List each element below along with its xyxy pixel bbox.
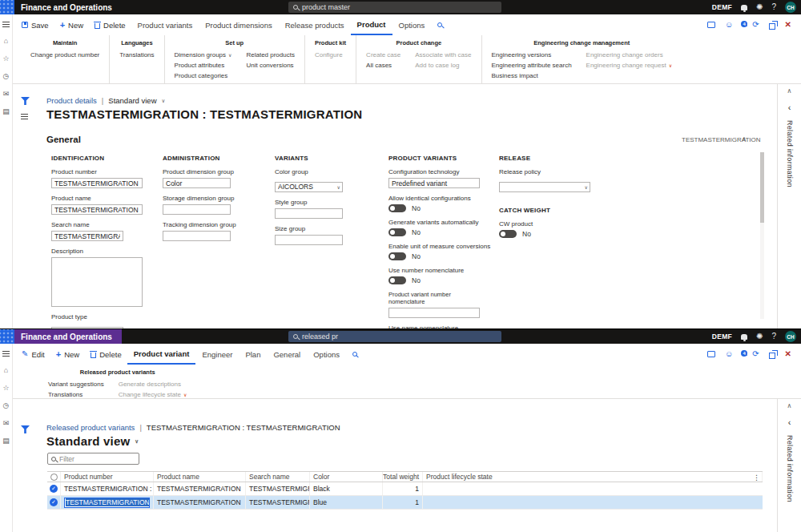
cell-product-name[interactable]: TESTMASTERMIGRATION [154,496,246,509]
edit-button[interactable]: ✎ Edit [16,350,50,359]
global-search-input[interactable]: released pr [288,331,501,342]
ribbon-item-engineering-change-orders[interactable]: Engineering change orders [586,51,672,58]
cell-color[interactable]: Black [310,482,383,495]
hamburger-icon[interactable] [2,22,10,27]
col-product-number[interactable]: Product number [61,472,154,482]
release-policy-input[interactable] [499,182,590,192]
tracking-dimension-group-input[interactable] [163,231,231,241]
product-number-input[interactable] [51,178,143,188]
attach-preview-icon[interactable] [707,22,715,28]
col-product-lifecycle-state[interactable]: Product lifecycle state [423,472,763,482]
release-policy-combo[interactable]: ∨ [499,182,590,192]
scroll-up-icon[interactable]: ∧ [787,87,792,95]
new-button[interactable]: + New [50,350,85,359]
ribbon-item-product-categories[interactable]: Product categories [175,72,232,79]
app-launcher-icon[interactable] [0,329,14,344]
search-name-input[interactable] [51,231,123,241]
tab-product-variants[interactable]: Product variants [131,14,199,35]
tab-product-variant[interactable]: Product variant [127,344,196,365]
avatar[interactable]: CH [785,331,796,342]
cell-search-name[interactable]: TESTMASTERMIGRATI... [246,496,310,509]
configuration-technology-input[interactable] [388,178,480,188]
tab-options[interactable]: Options [392,14,432,35]
home-icon[interactable]: ⌂ [4,367,8,374]
hamburger-icon[interactable] [2,351,10,357]
close-icon[interactable]: ✕ [785,21,791,29]
table-row[interactable]: ✓ TESTMASTERMIGRATION : : : Bl... TESTMA… [47,482,763,496]
ribbon-item-business-impact[interactable]: Business impact [492,72,572,79]
app-title[interactable]: Finance and Operations [21,332,112,341]
col-color[interactable]: Color [310,472,383,482]
row-select-cell[interactable]: ✓ [47,482,61,495]
ribbon-item-associate-with-case[interactable]: Associate with case [415,51,471,58]
expand-panel-chevron-icon[interactable]: ‹ [788,103,791,112]
filter-funnel-icon[interactable] [21,425,30,433]
favorites-star-icon[interactable]: ☆ [2,55,9,62]
ribbon-item-configure[interactable]: Configure [315,51,343,58]
modules-list-icon[interactable]: ▤ [2,437,10,445]
feedback-smiley-icon[interactable]: ☺ [725,21,733,29]
breadcrumb-link[interactable]: Released product variants [46,423,135,432]
cell-search-name[interactable]: TESTMASTERMIGRATI... [246,482,310,495]
view-selector[interactable]: Standard view [108,96,156,105]
style-group-input[interactable] [275,208,343,219]
enable-uom-conversions-toggle[interactable] [388,252,406,260]
ribbon-item-dimension-groups[interactable]: Dimension groups ∨ [175,51,232,58]
new-button[interactable]: + New [54,21,89,30]
ribbon-item-change-product-number[interactable]: Change product number [30,51,99,58]
tab-plan[interactable]: Plan [239,344,267,365]
modules-list-icon[interactable]: ▤ [2,108,10,115]
delete-button[interactable]: Delete [85,350,127,359]
cell-color[interactable]: Blue [310,496,383,509]
tab-product[interactable]: Product [351,14,392,35]
delete-button[interactable]: Delete [89,21,131,30]
product-variant-number-nomenclature-input[interactable] [388,308,480,318]
ribbon-item-translations[interactable]: Translations [48,391,104,398]
related-information-label[interactable]: Related information [786,120,794,187]
ribbon-item-product-attributes[interactable]: Product attributes [175,62,232,69]
col-search-name[interactable]: Search name [246,472,310,482]
cell-product-lifecycle-state[interactable] [423,482,763,495]
tab-product-dimensions[interactable]: Product dimensions [199,14,278,35]
ribbon-item-engineering-versions[interactable]: Engineering versions [492,51,572,58]
row-select-cell[interactable]: ✓ [47,496,61,509]
settings-gear-icon[interactable]: ✺ [756,332,763,341]
section-header-general[interactable]: General [46,135,81,144]
section-collapse-icon[interactable]: ∧ [742,135,747,143]
recent-clock-icon[interactable]: ◷ [3,402,10,409]
notifications-bell-icon[interactable] [741,5,747,10]
tab-release-products[interactable]: Release products [279,14,351,35]
open-in-new-window-icon[interactable] [769,353,775,359]
cell-product-number-editing[interactable]: TESTMASTERMIGRATION - : - Blu [61,496,154,509]
ribbon-item-engineering-attribute-search[interactable]: Engineering attribute search [492,62,572,69]
breadcrumb-link[interactable]: Product details [46,96,97,105]
cell-product-number[interactable]: TESTMASTERMIGRATION : : : Bl... [61,482,154,495]
notifications-bell-icon[interactable] [741,334,747,340]
open-in-new-window-icon[interactable] [769,23,775,30]
cell-product-lifecycle-state[interactable] [423,496,763,509]
col-total-weight[interactable]: Total weight [383,472,423,482]
ribbon-item-variant-suggestions[interactable]: Variant suggestions [48,381,104,388]
favorites-star-icon[interactable]: ☆ [2,385,9,392]
save-button[interactable]: Save [16,21,54,30]
ribbon-item-related-products[interactable]: Related products [246,51,294,58]
app-title[interactable]: Finance and Operations [21,3,112,12]
product-name-input[interactable] [51,204,143,215]
grid-filter-box[interactable] [47,453,139,465]
filter-funnel-icon[interactable] [21,97,30,105]
ribbon-item-generate-descriptions[interactable]: Generate descriptions [119,381,187,388]
storage-dimension-group-input[interactable] [163,204,231,215]
tab-engineer[interactable]: Engineer [195,344,239,365]
scroll-up-icon[interactable]: ∧ [787,402,792,409]
related-information-label[interactable]: Related information [786,435,794,502]
content-scrollbar[interactable] [760,152,764,319]
allow-identical-configurations-toggle[interactable] [388,204,406,212]
global-search-input[interactable]: product master [288,2,501,13]
settings-gear-icon[interactable]: ✺ [756,3,763,11]
close-icon[interactable]: ✕ [785,350,791,358]
messages-icon[interactable]: ✉ [3,420,10,427]
panel-hamburger-icon[interactable] [21,114,28,119]
table-row-selected[interactable]: ✓ TESTMASTERMIGRATION - : - Blu TESTMAST… [47,496,763,510]
refresh-icon[interactable]: ⟳ [752,350,759,358]
attach-preview-icon[interactable] [707,351,715,357]
